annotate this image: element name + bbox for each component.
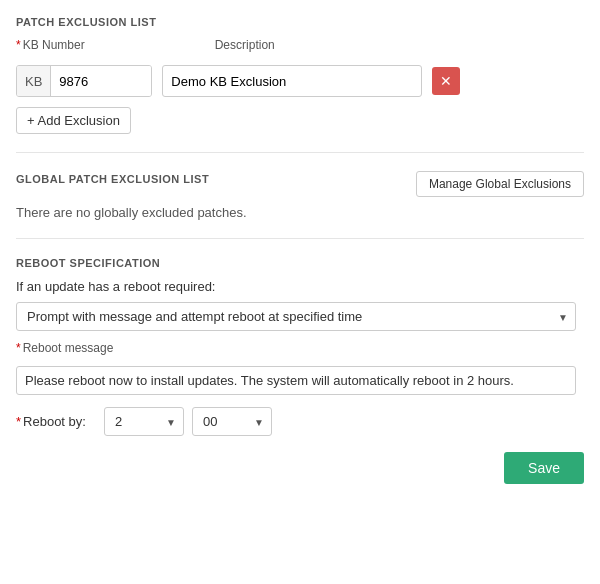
reboot-specification-title: REBOOT SPECIFICATION — [16, 257, 584, 269]
global-exclusion-header: GLOBAL PATCH EXCLUSION LIST Manage Globa… — [16, 171, 584, 197]
exclusion-row: KB ✕ — [16, 65, 584, 97]
reboot-message-label: *Reboot message — [16, 341, 584, 355]
description-label: Description — [215, 38, 275, 52]
reboot-hour-select[interactable]: 01234567891011121314151617181920212223 — [104, 407, 184, 436]
manage-global-label: Manage Global Exclusions — [429, 177, 571, 191]
delete-icon: ✕ — [440, 73, 452, 89]
reboot-hour-wrapper: 01234567891011121314151617181920212223 — [104, 407, 184, 436]
kb-prefix: KB — [17, 66, 51, 96]
global-exclusion-section: GLOBAL PATCH EXCLUSION LIST Manage Globa… — [16, 171, 584, 239]
reboot-minute-select[interactable]: 00153045 — [192, 407, 272, 436]
manage-global-exclusions-button[interactable]: Manage Global Exclusions — [416, 171, 584, 197]
add-exclusion-label: + Add Exclusion — [27, 113, 120, 128]
required-star-3: * — [16, 414, 21, 429]
delete-exclusion-button[interactable]: ✕ — [432, 67, 460, 95]
reboot-minute-wrapper: 00153045 — [192, 407, 272, 436]
no-patches-text: There are no globally excluded patches. — [16, 205, 584, 220]
reboot-message-input[interactable] — [16, 366, 576, 395]
kb-number-input[interactable] — [51, 66, 151, 96]
reboot-message-group: *Reboot message — [16, 341, 584, 395]
patch-exclusion-section: PATCH EXCLUSION LIST *KB Number Descript… — [16, 16, 584, 153]
save-row: Save — [16, 452, 584, 484]
reboot-required-label: If an update has a reboot required: — [16, 279, 584, 294]
reboot-specification-section: REBOOT SPECIFICATION If an update has a … — [16, 257, 584, 436]
kb-group: KB — [16, 65, 152, 97]
description-input[interactable] — [162, 65, 422, 97]
reboot-option-select[interactable]: Prompt with message and attempt reboot a… — [16, 302, 576, 331]
reboot-by-label: *Reboot by: — [16, 414, 96, 429]
global-exclusion-title: GLOBAL PATCH EXCLUSION LIST — [16, 173, 209, 185]
save-label: Save — [528, 460, 560, 476]
required-star-2: * — [16, 341, 21, 355]
patch-exclusion-title: PATCH EXCLUSION LIST — [16, 16, 584, 28]
kb-number-label: *KB Number — [16, 38, 85, 52]
reboot-option-wrapper: Prompt with message and attempt reboot a… — [16, 302, 576, 331]
reboot-by-row: *Reboot by: 0123456789101112131415161718… — [16, 407, 584, 436]
save-button[interactable]: Save — [504, 452, 584, 484]
required-star: * — [16, 38, 21, 52]
add-exclusion-button[interactable]: + Add Exclusion — [16, 107, 131, 134]
